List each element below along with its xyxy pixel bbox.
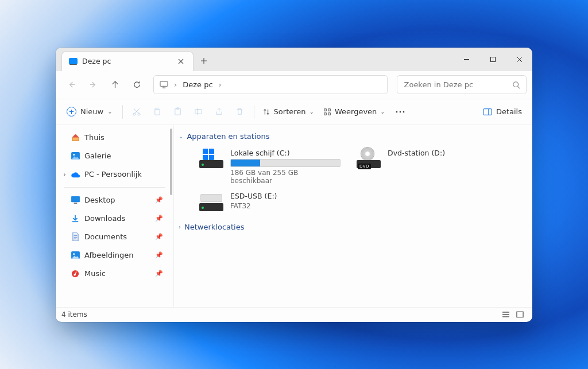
details-pane-button[interactable]: Details (477, 103, 528, 121)
desktop-icon (71, 196, 80, 205)
this-pc-icon (160, 81, 168, 88)
svg-rect-20 (74, 203, 77, 204)
address-bar[interactable]: › Deze pc › (153, 75, 388, 94)
tiles-icon (516, 311, 524, 318)
plus-circle-icon: + (67, 107, 76, 116)
ellipsis-icon (396, 111, 405, 113)
sidebar-item-label: Documents (84, 232, 127, 241)
svg-rect-5 (155, 110, 160, 115)
nav-refresh-button[interactable] (127, 75, 146, 95)
breadcrumb-item[interactable]: Deze pc (183, 80, 212, 89)
arrow-up-icon (111, 80, 119, 89)
view-tiles-button[interactable] (513, 309, 527, 320)
svg-point-4 (138, 113, 140, 115)
chevron-down-icon: ⌄ (380, 108, 385, 115)
sidebar: Thuis Galerie PC - Persoonlijk Desktop 📌… (56, 125, 174, 307)
minimize-button[interactable] (453, 48, 479, 71)
drive-usage-bar (230, 159, 341, 167)
sort-button[interactable]: Sorteren ⌄ (258, 103, 319, 121)
drive-free-text: 186 GB van 255 GB beschikbaar (230, 169, 341, 185)
maximize-button[interactable] (479, 48, 506, 71)
pictures-icon (71, 251, 80, 260)
group-header-devices[interactable]: ⌄ Apparaten en stations (177, 130, 527, 143)
tab-close-button[interactable] (173, 54, 188, 69)
tab-this-pc[interactable]: Deze pc (61, 51, 194, 71)
drive-d[interactable]: DVD Dvd-station (D:) (353, 146, 500, 187)
chevron-down-icon: ⌄ (310, 108, 314, 115)
downloads-icon (71, 214, 80, 223)
titlebar: Deze pc (56, 48, 532, 71)
rename-button[interactable] (188, 103, 209, 121)
search-box[interactable] (397, 75, 527, 94)
arrow-right-icon (89, 80, 98, 89)
chevron-down-icon: ⌄ (179, 133, 183, 139)
view-button[interactable]: Weergeven ⌄ (319, 103, 390, 121)
sidebar-item-pictures[interactable]: Afbeeldingen 📌 (58, 246, 171, 265)
documents-icon (71, 232, 80, 242)
delete-button[interactable] (230, 103, 250, 121)
copy-button[interactable] (147, 103, 168, 121)
details-label: Details (496, 107, 522, 116)
drive-e-icon (198, 192, 225, 212)
view-details-button[interactable] (499, 309, 513, 320)
drive-c[interactable]: Lokale schijf (C:) 186 GB van 255 GB bes… (196, 146, 343, 187)
view-label: Weergeven (335, 107, 377, 116)
drive-e[interactable]: ESD-USB (E:) FAT32 (196, 189, 343, 215)
new-tab-button[interactable] (194, 51, 214, 71)
status-bar: 4 items (56, 307, 532, 322)
nav-up-button[interactable] (105, 75, 125, 95)
pin-icon: 📌 (155, 251, 163, 259)
refresh-icon (133, 80, 141, 89)
toolbar: + Nieuw ⌄ Sorteren ⌄ Weergeven ⌄ Details (56, 99, 532, 125)
cut-icon (132, 107, 141, 116)
svg-point-15 (403, 111, 404, 112)
group-label: Apparaten en stations (187, 132, 269, 141)
nav-forward-button[interactable] (83, 75, 103, 95)
new-button[interactable]: + Nieuw ⌄ (60, 103, 119, 121)
paste-icon (173, 107, 182, 116)
rename-icon (194, 107, 203, 116)
sidebar-item-home[interactable]: Thuis (58, 129, 171, 147)
details-pane-icon (483, 108, 492, 116)
chevron-down-icon: ⌄ (107, 108, 112, 115)
pin-icon: 📌 (155, 196, 163, 204)
paste-button[interactable] (168, 103, 188, 121)
nav-back-button[interactable] (61, 75, 81, 95)
sidebar-item-label: Music (84, 269, 106, 278)
close-button[interactable] (506, 48, 532, 71)
navigation-bar: › Deze pc › (56, 71, 532, 99)
sidebar-item-label: Desktop (84, 196, 115, 204)
music-icon (71, 269, 80, 278)
drive-c-icon (198, 149, 225, 169)
svg-rect-12 (328, 112, 331, 115)
search-input[interactable] (403, 80, 512, 90)
sidebar-item-desktop[interactable]: Desktop 📌 (58, 191, 171, 209)
arrow-left-icon (67, 80, 76, 89)
minimize-icon (463, 56, 470, 63)
more-button[interactable] (390, 103, 411, 121)
body: Thuis Galerie PC - Persoonlijk Desktop 📌… (56, 125, 532, 307)
new-label: Nieuw (80, 107, 103, 116)
drive-d-icon: DVD (355, 149, 382, 169)
sidebar-item-documents[interactable]: Documents 📌 (58, 228, 171, 246)
share-button[interactable] (209, 103, 230, 121)
sidebar-item-gallery[interactable]: Galerie (58, 147, 171, 165)
cut-button[interactable] (126, 103, 147, 121)
group-header-network[interactable]: › Netwerklocaties (177, 220, 527, 234)
sidebar-item-label: Galerie (84, 152, 111, 160)
svg-rect-19 (71, 196, 80, 202)
svg-point-3 (133, 113, 136, 115)
svg-rect-10 (328, 108, 331, 111)
sidebar-item-music[interactable]: Music 📌 (58, 265, 171, 283)
svg-point-18 (73, 154, 75, 156)
close-icon (178, 59, 184, 64)
scrollbar-thumb[interactable] (170, 129, 172, 195)
separator (254, 105, 254, 119)
sidebar-item-downloads[interactable]: Downloads 📌 (58, 209, 171, 228)
breadcrumb-separator: › (215, 80, 225, 89)
close-icon (516, 56, 523, 63)
sidebar-item-pc-personal[interactable]: PC - Persoonlijk (58, 165, 171, 184)
sort-icon (262, 108, 270, 116)
view-icon (323, 108, 331, 116)
trash-icon (235, 107, 244, 116)
